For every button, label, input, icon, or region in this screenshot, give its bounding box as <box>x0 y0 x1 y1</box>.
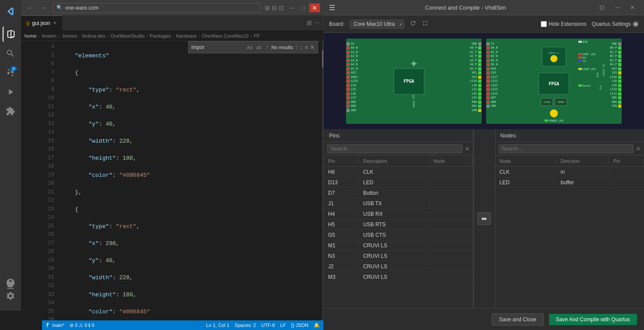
save-compile-button[interactable]: Save And Compile with Quartus <box>549 314 637 325</box>
pins-search-box: ✕ <box>324 142 473 155</box>
right-close-button[interactable]: ✕ <box>626 3 639 12</box>
table-row[interactable]: M3 CRUVI LS <box>324 272 473 282</box>
table-row[interactable]: M1 CRUVI LS <box>324 240 473 251</box>
pin-cell: J1 <box>324 200 359 207</box>
direction-cell: in <box>556 169 609 175</box>
find-input[interactable] <box>191 44 244 50</box>
desc-cell: USB CTS <box>359 232 429 238</box>
use-regex-button[interactable]: .* <box>264 44 270 50</box>
board-selector: Board: Core Max10 Ultra Hide Extensions … <box>324 15 644 33</box>
refresh-button[interactable] <box>410 20 416 28</box>
breadcrumb-oneware[interactable]: OneWareStudio <box>111 33 145 39</box>
code-editor[interactable]: 45678 910111213 1415161718 1920212223 24… <box>42 41 323 320</box>
nodes-search-input[interactable] <box>499 144 634 153</box>
address-bar[interactable]: 🔍 one-ware.com <box>52 3 261 13</box>
bell-icon: 🔔 <box>314 323 320 328</box>
table-row[interactable]: H4 USB RX <box>324 209 473 219</box>
transfer-button[interactable]: ⬌ <box>477 212 491 225</box>
back-button[interactable]: ← <box>24 2 35 14</box>
status-bar: main* ⊘ 0 ⚠ 0 ℹ 0 Ln 1, Col 1 Spaces: 2 <box>42 320 323 330</box>
desc-cell: Button <box>359 190 429 196</box>
nodes-search-box: ✕ <box>495 142 644 155</box>
notification-bell[interactable]: 🔔 <box>314 323 320 328</box>
source-control-icon[interactable]: 2 <box>3 65 18 81</box>
cursor-position[interactable]: Ln 1, Col 1 <box>206 323 229 328</box>
breadcrumb-hmenn[interactable]: hmenn <box>42 33 56 39</box>
maximize-button[interactable]: □ <box>299 4 308 12</box>
run-icon[interactable] <box>3 84 18 100</box>
desc-cell: CRUVI LS <box>359 274 429 280</box>
table-row[interactable]: D13 LED <box>324 177 473 188</box>
encoding[interactable]: UTF-8 <box>261 323 275 328</box>
breadcrumb-coremax[interactable]: OneWare.CoreMax10 <box>202 33 248 39</box>
split-editor-button[interactable]: ⊞ <box>265 4 270 11</box>
detach-button[interactable]: ⊡ <box>596 3 608 12</box>
layout-button[interactable]: ⊟ <box>272 4 277 11</box>
profile-icon[interactable] <box>6 278 15 289</box>
vscode-logo-icon[interactable] <box>3 4 18 19</box>
table-row[interactable]: D7 Button <box>324 188 473 198</box>
table-row[interactable]: N3 CRUVI LS <box>324 251 473 261</box>
board-select[interactable]: Core Max10 Ultra <box>350 20 404 28</box>
match-case-button[interactable]: Aa <box>245 44 254 50</box>
search-icon[interactable] <box>3 46 18 61</box>
minimize-button[interactable]: ─ <box>287 4 297 12</box>
pin-cell: M3 <box>324 274 359 280</box>
bottom-action-bar: Save and Close Save And Compile with Qua… <box>324 308 644 330</box>
save-close-button[interactable]: Save and Close <box>492 313 544 326</box>
table-row[interactable]: CLK in <box>495 167 644 177</box>
git-branch-status[interactable]: main* <box>46 323 64 328</box>
pins-search-input[interactable] <box>327 144 462 153</box>
fpga-chip: FPGA <box>394 68 424 95</box>
more-actions-button[interactable]: ⋯ <box>314 19 320 26</box>
quartus-settings-button[interactable]: Quartus Settings <box>592 21 639 27</box>
find-close-button[interactable]: ✕ <box>310 44 315 51</box>
hide-extensions-label: Hide Extensions <box>549 21 587 27</box>
toggle-replace-button[interactable]: ≡ <box>304 44 308 51</box>
nodes-panel: Nodes: ✕ Node Direction Pin CLK in LED b… <box>495 129 644 308</box>
pin-cell: H5 <box>324 221 359 228</box>
table-row[interactable]: J1 USB TX <box>324 198 473 209</box>
search-prev-button[interactable]: ↑ <box>295 44 298 51</box>
table-row[interactable]: H5 USB RTS <box>324 219 473 230</box>
breadcrumb-fedora[interactable]: fedora-dev <box>82 33 105 39</box>
col-pin: Pin <box>324 158 359 164</box>
board-right-image: 5V B0_N B1_N B2_N B3_N B4_N HS4 3V3 LS17… <box>486 39 622 124</box>
tab-close-button[interactable]: ✕ <box>53 21 56 25</box>
forward-button[interactable]: → <box>38 2 49 14</box>
match-word-button[interactable]: ab <box>255 44 263 50</box>
line-ending[interactable]: LF <box>280 323 286 328</box>
right-minimize-button[interactable]: ─ <box>612 3 623 12</box>
table-row[interactable]: G5 USB CTS <box>324 230 473 240</box>
breadcrumb-packages[interactable]: Packages <box>150 33 171 39</box>
table-row[interactable]: H6 CLK <box>324 167 473 177</box>
table-row[interactable]: LED buffer <box>495 177 644 188</box>
table-row[interactable]: J2 CRUVI LS <box>324 261 473 272</box>
split-view-button[interactable]: ⊞ <box>307 19 312 26</box>
breadcrumb-homes[interactable]: .homes <box>62 33 77 39</box>
breadcrumb-fp[interactable]: FP <box>254 33 260 39</box>
desc-cell: CLK <box>359 169 429 175</box>
nodes-header: Nodes: <box>495 129 644 142</box>
close-button[interactable]: ✕ <box>309 4 320 12</box>
titlebar: ← → 🔍 one-ware.com ⊞ ⊟ ⊡ ─ □ ✕ <box>21 0 323 15</box>
pins-search-clear[interactable]: ✕ <box>465 146 469 152</box>
extensions-icon[interactable] <box>3 103 18 119</box>
toggle-panel-button[interactable]: ⊡ <box>279 4 284 11</box>
indentation[interactable]: Spaces: 2 <box>234 323 256 328</box>
pins-label: Pins: <box>329 133 341 139</box>
tab-gui-json[interactable]: {} gui.json ✕ <box>21 15 62 30</box>
fullscreen-button[interactable] <box>422 20 429 28</box>
breadcrumb-hardware[interactable]: Hardware <box>176 33 197 39</box>
code-content[interactable]: "elements" { "type": "rect", "x": 40, "y… <box>58 41 301 320</box>
hide-extensions-button[interactable]: Hide Extensions <box>541 21 587 27</box>
settings-icon[interactable] <box>6 291 15 302</box>
hide-extensions-checkbox[interactable] <box>541 21 547 27</box>
line-ending-text: LF <box>280 323 286 328</box>
search-next-button[interactable]: ↓ <box>300 44 303 51</box>
explorer-icon[interactable] <box>3 26 18 42</box>
breadcrumb-home[interactable]: home <box>24 33 37 39</box>
nodes-search-clear[interactable]: ✕ <box>636 146 640 152</box>
errors-status[interactable]: ⊘ 0 ⚠ 0 ℹ 0 <box>70 323 94 328</box>
language-mode[interactable]: {} JSON <box>291 323 308 328</box>
